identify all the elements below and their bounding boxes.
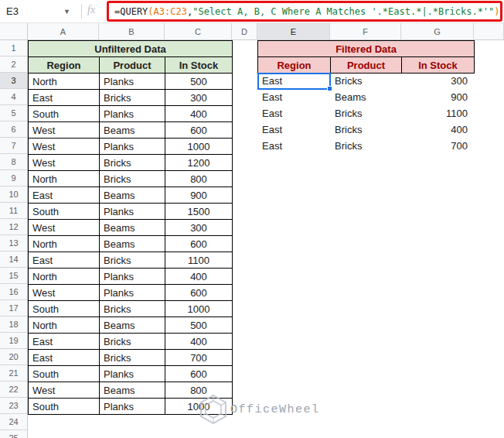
cell-A14[interactable]: East	[28, 252, 100, 269]
row-header-9[interactable]: 9	[0, 170, 27, 186]
cell-A10[interactable]: East	[28, 186, 100, 204]
row-header-6[interactable]: 6	[0, 121, 27, 138]
row-header-21[interactable]: 21	[0, 365, 27, 382]
cell-A20[interactable]: East	[28, 349, 100, 366]
cell-A15[interactable]: North	[28, 268, 100, 285]
row-header-1[interactable]: 1	[0, 40, 27, 56]
cell-B5[interactable]: Planks	[99, 105, 165, 122]
cell-B21[interactable]: Planks	[99, 365, 165, 382]
cell-A9[interactable]: North	[28, 170, 100, 187]
cell-C4[interactable]: 300	[165, 89, 233, 106]
cell-B4[interactable]: Bricks	[99, 89, 165, 106]
column-header-partial[interactable]	[474, 23, 504, 40]
cell-B12[interactable]: Beams	[99, 219, 165, 236]
cell-B13[interactable]: Beams	[99, 235, 165, 252]
fill-handle[interactable]	[327, 86, 332, 91]
cell-C10[interactable]: 900	[165, 186, 233, 204]
select-all-corner[interactable]	[0, 23, 28, 40]
cell-G4[interactable]: 900	[402, 89, 474, 105]
cell-A13[interactable]: North	[28, 235, 100, 252]
cell-E6[interactable]: East	[258, 121, 330, 138]
cell-B8[interactable]: Bricks	[99, 154, 165, 171]
cell-G6[interactable]: 400	[402, 121, 474, 138]
selection-box-E3[interactable]	[257, 73, 331, 90]
cell-C19[interactable]: 400	[165, 333, 233, 350]
right-header-region[interactable]: Region	[257, 56, 331, 74]
cell-B14[interactable]: Bricks	[99, 252, 165, 269]
column-header-A[interactable]: A	[28, 23, 99, 40]
row-header-23[interactable]: 23	[0, 398, 27, 414]
left-header-product[interactable]: Product	[99, 56, 165, 74]
cell-A19[interactable]: East	[28, 333, 100, 350]
column-header-E[interactable]: E	[257, 23, 330, 40]
cell-B16[interactable]: Planks	[99, 284, 165, 301]
column-header-G[interactable]: G	[401, 23, 474, 40]
cell-C7[interactable]: 1000	[165, 138, 233, 155]
cell-A17[interactable]: South	[28, 300, 100, 317]
cell-C17[interactable]: 1000	[165, 300, 233, 317]
cell-A12[interactable]: West	[28, 219, 100, 236]
cell-C8[interactable]: 1200	[165, 154, 233, 171]
cell-F5[interactable]: Bricks	[331, 105, 401, 121]
cell-B9[interactable]: Bricks	[99, 170, 165, 187]
row-header-12[interactable]: 12	[0, 219, 27, 235]
cell-C21[interactable]: 600	[165, 365, 233, 382]
cell-B10[interactable]: Beams	[99, 186, 165, 204]
cell-C3[interactable]: 500	[165, 73, 233, 90]
row-header-7[interactable]: 7	[0, 138, 27, 154]
row-header-4[interactable]: 4	[0, 89, 27, 105]
column-header-F[interactable]: F	[330, 23, 401, 40]
cell-C12[interactable]: 300	[165, 219, 233, 236]
row-header-22[interactable]: 22	[0, 382, 27, 398]
cell-B22[interactable]: Beams	[99, 382, 165, 399]
cell-C20[interactable]: 700	[165, 349, 233, 366]
row-header-5[interactable]: 5	[0, 105, 27, 121]
cell-B3[interactable]: Planks	[99, 73, 165, 90]
cell-B19[interactable]: Bricks	[99, 333, 165, 350]
name-box[interactable]: E3 ▼	[0, 0, 81, 22]
cell-B20[interactable]: Bricks	[99, 349, 165, 366]
row-header-18[interactable]: 18	[0, 317, 27, 333]
row-header-3[interactable]: 3	[0, 73, 27, 89]
row-header-10[interactable]: 10	[0, 186, 27, 203]
row-header-2[interactable]: 2	[0, 56, 27, 73]
left-header-region[interactable]: Region	[28, 56, 100, 74]
row-header-25[interactable]: 25	[0, 430, 27, 438]
cell-F6[interactable]: Bricks	[331, 121, 401, 138]
cell-E4[interactable]: East	[258, 89, 330, 105]
cell-C15[interactable]: 400	[165, 268, 233, 285]
cell-B17[interactable]: Bricks	[99, 300, 165, 317]
left-header-instock[interactable]: In Stock	[165, 56, 233, 74]
cell-A11[interactable]: South	[28, 203, 100, 220]
cell-A6[interactable]: West	[28, 121, 100, 139]
row-header-8[interactable]: 8	[0, 154, 27, 170]
cell-C14[interactable]: 1100	[165, 252, 233, 269]
row-header-20[interactable]: 20	[0, 349, 27, 365]
cell-A23[interactable]: South	[28, 398, 100, 415]
cell-A7[interactable]: West	[28, 138, 100, 155]
cell-G5[interactable]: 1100	[402, 105, 474, 121]
row-header-17[interactable]: 17	[0, 300, 27, 317]
cell-A3[interactable]: North	[28, 73, 100, 90]
cell-C11[interactable]: 1500	[165, 203, 233, 220]
row-header-16[interactable]: 16	[0, 284, 27, 300]
row-header-14[interactable]: 14	[0, 252, 27, 268]
formula-input[interactable]: =QUERY(A3:C23,"Select A, B, C Where A Ma…	[107, 1, 502, 22]
cell-B23[interactable]: Planks	[99, 398, 165, 415]
column-header-D[interactable]: D	[232, 23, 257, 40]
cell-C5[interactable]: 400	[165, 105, 233, 122]
right-header-product[interactable]: Product	[330, 56, 402, 74]
cell-A21[interactable]: South	[28, 365, 100, 382]
cell-G7[interactable]: 700	[402, 138, 474, 154]
row-header-15[interactable]: 15	[0, 268, 27, 284]
cell-E7[interactable]: East	[258, 138, 330, 154]
row-header-13[interactable]: 13	[0, 235, 27, 252]
cell-F7[interactable]: Bricks	[331, 138, 401, 154]
cell-E5[interactable]: East	[258, 105, 330, 121]
cell-G3[interactable]: 300	[402, 73, 474, 89]
cell-B18[interactable]: Beams	[99, 317, 165, 334]
cell-B7[interactable]: Planks	[99, 138, 165, 155]
cell-A16[interactable]: West	[28, 284, 100, 301]
cell-C13[interactable]: 600	[165, 235, 233, 252]
cell-A22[interactable]: West	[28, 382, 100, 399]
